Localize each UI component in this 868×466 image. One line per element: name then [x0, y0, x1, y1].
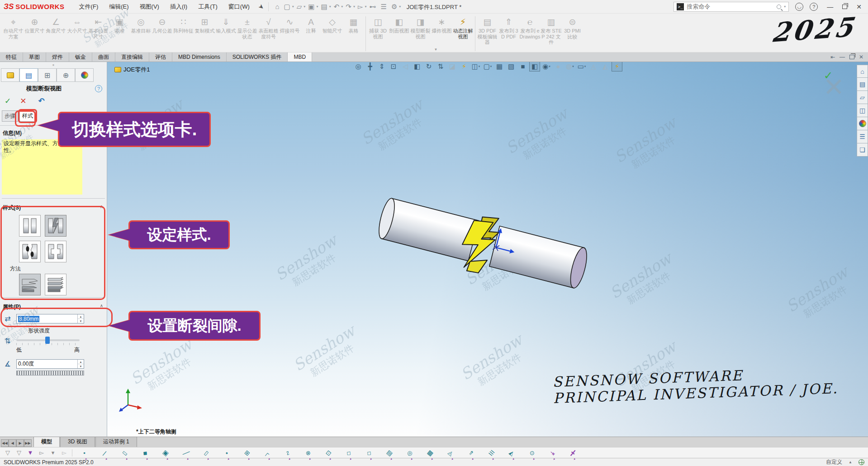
appearances-button[interactable]: [857, 117, 868, 130]
jump-to-icon[interactable]: ⇥: [546, 446, 560, 459]
file-explorer-button[interactable]: ▱: [857, 91, 868, 104]
feature-tree-root[interactable]: JOE零件1: [114, 66, 150, 74]
list-icon[interactable]: ☰: [485, 446, 498, 459]
select-cursor-icon[interactable]: ▻: [37, 448, 47, 457]
slider-handle[interactable]: [45, 337, 50, 344]
displaymanager-tab[interactable]: [75, 68, 94, 82]
spin-down-icon[interactable]: ▼: [78, 319, 84, 323]
pmi-compare-button[interactable]: ⊜3D PMI 比较: [562, 15, 583, 48]
spin-up-icon[interactable]: ▲: [78, 314, 84, 319]
note-table-icon[interactable]: ▤: [383, 446, 397, 459]
anchor-point-icon[interactable]: ▪: [220, 446, 234, 459]
smart-dimension-button[interactable]: ◇智能尺寸: [322, 15, 343, 48]
explode-view-button[interactable]: ∗爆炸视图: [431, 15, 452, 48]
ribbon-collapse-icon[interactable]: ▼: [434, 48, 438, 52]
command-tab-8[interactable]: SOLIDWORKS 插件: [227, 52, 288, 62]
copy-scheme-button[interactable]: ⊞复制模式: [194, 15, 215, 48]
command-tab-0[interactable]: 特征: [0, 52, 23, 62]
subtab-style[interactable]: 样式: [19, 110, 36, 122]
zoom-to-area-icon[interactable]: ⊡: [388, 62, 399, 71]
subtab-steps[interactable]: 步骤: [2, 110, 18, 122]
user-account-icon[interactable]: ◡: [795, 3, 803, 11]
move-cross-icon[interactable]: ╋: [566, 446, 580, 459]
capture-3d-view-button[interactable]: ◫捕获 3D 视图: [367, 15, 389, 48]
command-tab-9[interactable]: MBD: [288, 52, 312, 62]
sketch-point-icon[interactable]: •: [78, 446, 91, 459]
gap-spinner[interactable]: ▲▼: [77, 314, 84, 323]
pin-toolbar-icon[interactable]: ➤: [257, 2, 266, 11]
angle-spinner[interactable]: ▲▼: [77, 360, 84, 368]
model-break-view-button[interactable]: ◨模型断裂视图: [410, 15, 431, 48]
weld-symbol-button[interactable]: ∿焊接符号: [279, 15, 300, 48]
menu-item-2[interactable]: 视图(V): [135, 1, 164, 13]
open-icon[interactable]: ▱: [295, 2, 304, 11]
cone-icon[interactable]: ◬: [444, 446, 458, 459]
menu-item-0[interactable]: 文件(F): [75, 1, 103, 13]
undo-icon[interactable]: ↶: [332, 2, 342, 11]
ok-check-icon[interactable]: ✓: [5, 96, 11, 106]
grid-system-icon[interactable]: ⊞: [241, 446, 254, 459]
zoom-to-fit-icon[interactable]: ◎: [353, 62, 364, 71]
dimxpertmanager-tab[interactable]: ⊕: [57, 68, 75, 82]
command-tab-3[interactable]: 钣金: [69, 52, 92, 62]
appearance-target-icon[interactable]: ◬: [588, 62, 599, 71]
doc-restore-icon[interactable]: [849, 55, 854, 59]
hide-show-items-icon-dropdown[interactable]: ▾: [549, 65, 550, 68]
doc-close-icon[interactable]: ✕: [859, 54, 863, 60]
select-cursor-icon-dropdown[interactable]: ▾: [365, 5, 366, 9]
select-cursor-icon[interactable]: ▻: [356, 2, 365, 11]
spin-down-icon[interactable]: ▼: [78, 364, 84, 368]
angle-dimension-button[interactable]: ∠角度尺寸: [45, 15, 66, 48]
slash-line-icon[interactable]: ╱: [180, 446, 193, 459]
publish-up-icon[interactable]: ⇑: [465, 446, 478, 459]
attach-icon[interactable]: ⊷: [367, 2, 378, 11]
lasso-select-icon[interactable]: ▻: [59, 448, 69, 457]
command-tab-5[interactable]: 直接编辑: [115, 52, 149, 62]
view-settings-icon-dropdown[interactable]: ▾: [584, 65, 586, 68]
straight-break-style-button[interactable]: [19, 215, 41, 237]
new-document-icon[interactable]: ▢: [282, 2, 292, 11]
customize-arrow-icon[interactable]: ▲: [849, 460, 852, 464]
forum-button[interactable]: ❏: [857, 143, 868, 157]
auto-dimension-button[interactable]: ⌖自动尺寸方案: [3, 15, 24, 48]
search-input[interactable]: [687, 3, 774, 10]
save-icon-dropdown[interactable]: ▾: [316, 5, 318, 9]
restore-button[interactable]: [842, 5, 847, 9]
document-tab-0[interactable]: 模型: [33, 437, 60, 447]
command-tab-1[interactable]: 草图: [23, 52, 46, 62]
configurationmanager-tab[interactable]: ⊞: [38, 68, 57, 82]
print-icon[interactable]: ▤: [319, 2, 329, 11]
normal-to-icon[interactable]: ⇅: [435, 62, 446, 71]
pipe-break-style-button[interactable]: [19, 241, 41, 262]
pm-help-icon[interactable]: ?: [95, 85, 102, 92]
panel-grip[interactable]: ●: [0, 62, 107, 67]
reference-plane-icon[interactable]: ▯: [200, 446, 213, 459]
save-icon[interactable]: ▣: [306, 2, 316, 11]
menu-item-4[interactable]: 工具(T): [194, 1, 222, 13]
section-view-button[interactable]: ◧剖面视图: [389, 15, 410, 48]
boxed-area-icon[interactable]: ⊡: [322, 446, 336, 459]
sketch-line-icon[interactable]: |: [98, 446, 112, 459]
display-style-shaded-edges-icon[interactable]: ▧: [506, 62, 517, 71]
command-tab-6[interactable]: 评估: [149, 52, 172, 62]
stepped-break-style-button[interactable]: [45, 241, 66, 262]
apply-scene-icon-dropdown[interactable]: ▾: [572, 65, 574, 68]
search-dropdown-icon[interactable]: ▾: [784, 5, 786, 9]
corner-rectangle-icon[interactable]: ▭: [119, 446, 132, 459]
open-icon-dropdown[interactable]: ▾: [304, 5, 305, 9]
size-dimension-button[interactable]: ⇔大小尺寸: [66, 15, 88, 48]
command-tab-7[interactable]: MBD Dimensions: [172, 52, 227, 62]
scroll-next-icon[interactable]: ▶: [16, 439, 24, 447]
fillet-icon[interactable]: ◆: [139, 446, 152, 459]
collapse-pane-icon[interactable]: ⇤: [830, 54, 835, 60]
circle-icon[interactable]: ⊕: [302, 446, 315, 459]
display-style-hidden-lines-icon[interactable]: ▦: [494, 62, 505, 71]
pm-undo-icon[interactable]: ↶: [38, 96, 45, 106]
new-document-icon-dropdown[interactable]: ▾: [292, 5, 294, 9]
view-palette-button[interactable]: ◫: [857, 104, 868, 117]
undo-icon-dropdown[interactable]: ▾: [341, 5, 343, 9]
target-circle-icon[interactable]: ◎: [403, 446, 417, 459]
collapse-chevron-icon[interactable]: ∧: [100, 303, 103, 311]
menu-item-5[interactable]: 窗口(W): [224, 1, 254, 13]
custom-properties-button[interactable]: ☰: [857, 130, 868, 143]
